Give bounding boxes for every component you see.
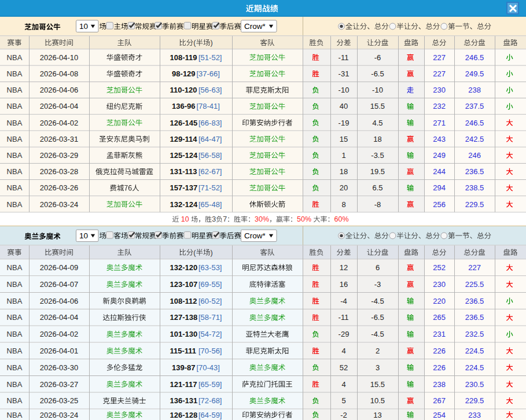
- svg-text:125-124: 125-124: [170, 151, 198, 160]
- svg-text:8: 8: [341, 200, 345, 209]
- svg-text:-4: -4: [340, 297, 347, 305]
- svg-text:-6.5: -6.5: [371, 313, 384, 322]
- svg-text:NBA: NBA: [7, 53, 23, 62]
- svg-text:126-145: 126-145: [170, 119, 198, 127]
- svg-text:[63-53]: [63-53]: [198, 263, 222, 272]
- svg-text:NBA: NBA: [7, 411, 23, 419]
- svg-text:2026-03-24: 2026-03-24: [40, 411, 79, 419]
- svg-text:NBA: NBA: [7, 363, 23, 372]
- svg-text:2026-03-27: 2026-03-27: [40, 380, 79, 389]
- svg-text:2026-03-29: 2026-03-29: [40, 151, 79, 160]
- svg-text:[51-52]: [51-52]: [198, 53, 222, 62]
- svg-text:-10: -10: [372, 86, 383, 94]
- svg-text:226: 226: [433, 347, 446, 355]
- svg-text:265: 265: [433, 313, 446, 322]
- svg-text:249: 249: [433, 151, 446, 160]
- svg-text:132-120: 132-120: [170, 263, 198, 272]
- svg-text:18: 18: [340, 167, 348, 176]
- svg-text:-6: -6: [374, 53, 381, 62]
- svg-text:2026-04-06: 2026-04-06: [40, 297, 79, 305]
- svg-text:98-129: 98-129: [172, 69, 195, 78]
- svg-text:NBA: NBA: [7, 69, 23, 78]
- svg-text:238.5: 238.5: [465, 183, 484, 192]
- svg-text:NBA: NBA: [7, 183, 23, 192]
- svg-text:NBA: NBA: [7, 119, 23, 127]
- svg-text:13: 13: [373, 411, 381, 419]
- svg-text:231: 231: [433, 330, 446, 338]
- svg-text:2026-04-09: 2026-04-09: [40, 263, 79, 272]
- svg-text:[62-67]: [62-67]: [198, 167, 222, 176]
- svg-text:2026-04-02: 2026-04-02: [40, 119, 79, 127]
- svg-text:246.5: 246.5: [465, 119, 484, 127]
- svg-text:15.5: 15.5: [370, 380, 385, 389]
- svg-text:101-130: 101-130: [170, 330, 198, 338]
- svg-text:15: 15: [340, 135, 348, 143]
- svg-text:-4.5: -4.5: [371, 297, 384, 305]
- svg-text:-11: -11: [339, 313, 349, 322]
- svg-text:-4.5: -4.5: [371, 330, 384, 338]
- svg-text:4.5: 4.5: [373, 119, 383, 127]
- svg-text:NBA: NBA: [7, 297, 23, 305]
- svg-text:246.5: 246.5: [465, 53, 484, 62]
- svg-text:-19: -19: [339, 119, 350, 127]
- svg-text:[70-56]: [70-56]: [198, 347, 222, 355]
- svg-text:2026-03-30: 2026-03-30: [40, 363, 79, 372]
- svg-text:NBA: NBA: [7, 263, 23, 272]
- svg-text:NBA: NBA: [7, 280, 23, 289]
- svg-text:-11: -11: [339, 53, 349, 62]
- svg-text:132-124: 132-124: [170, 200, 198, 209]
- svg-text:256: 256: [433, 200, 446, 209]
- svg-text:229.5: 229.5: [465, 200, 484, 209]
- svg-text:7: 7: [223, 215, 227, 223]
- svg-text:237.5: 237.5: [465, 102, 484, 110]
- svg-text:131-113: 131-113: [170, 167, 197, 176]
- svg-text:NBA: NBA: [7, 380, 23, 389]
- svg-text:10.5: 10.5: [370, 396, 385, 405]
- svg-text:15.5: 15.5: [370, 102, 385, 110]
- svg-text:10: 10: [79, 22, 88, 31]
- svg-text:[78-41]: [78-41]: [196, 102, 219, 110]
- svg-text:2026-04-02: 2026-04-02: [40, 330, 79, 338]
- svg-text:236.5: 236.5: [465, 167, 484, 176]
- svg-text:[69-55]: [69-55]: [198, 280, 222, 289]
- svg-text:18: 18: [373, 135, 381, 143]
- svg-text:40: 40: [340, 102, 348, 110]
- svg-text:50%: 50%: [297, 215, 311, 223]
- svg-text:238: 238: [433, 380, 446, 389]
- svg-text:52: 52: [340, 363, 348, 372]
- svg-text:-8: -8: [374, 200, 381, 209]
- svg-text:232.5: 232.5: [465, 330, 484, 338]
- svg-text:136-96: 136-96: [172, 102, 195, 110]
- svg-text:-10: -10: [339, 86, 350, 94]
- svg-text:12: 12: [340, 263, 348, 272]
- svg-text:2026-03-28: 2026-03-28: [40, 167, 79, 176]
- svg-text:30%: 30%: [255, 215, 269, 223]
- svg-text:108-119: 108-119: [170, 53, 197, 62]
- svg-text:NBA: NBA: [7, 313, 23, 322]
- svg-text:5: 5: [341, 396, 345, 405]
- svg-text:-3: -3: [374, 280, 381, 289]
- svg-text:242.5: 242.5: [465, 135, 484, 143]
- svg-text:233: 233: [468, 411, 481, 419]
- svg-text:[66-83]: [66-83]: [198, 119, 222, 127]
- svg-text:[70-43]: [70-43]: [196, 363, 219, 372]
- svg-text:227: 227: [433, 69, 446, 78]
- svg-text:4: 4: [341, 380, 345, 389]
- svg-text:227: 227: [468, 263, 481, 272]
- svg-text:[60-52]: [60-52]: [198, 297, 222, 305]
- svg-text:[37-66]: [37-66]: [196, 69, 219, 78]
- svg-text:252: 252: [433, 263, 446, 272]
- svg-text:10: 10: [181, 215, 189, 223]
- svg-text:-3.5: -3.5: [371, 151, 384, 160]
- svg-text:126-128: 126-128: [170, 411, 198, 419]
- svg-text:110-120: 110-120: [170, 86, 197, 94]
- svg-text:[71-52]: [71-52]: [198, 183, 222, 192]
- svg-text:-6.5: -6.5: [371, 69, 384, 78]
- svg-text:294: 294: [433, 183, 446, 192]
- svg-text:10: 10: [79, 231, 88, 240]
- svg-text:2026-04-06: 2026-04-06: [40, 86, 79, 94]
- svg-text:Crow*: Crow*: [244, 22, 266, 31]
- svg-text:2026-03-24: 2026-03-24: [40, 200, 79, 209]
- svg-text:2026-04-04: 2026-04-04: [40, 313, 79, 322]
- svg-text:NBA: NBA: [7, 167, 23, 176]
